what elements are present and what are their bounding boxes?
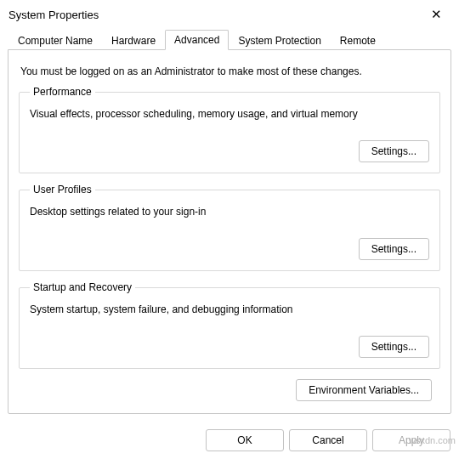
dialog-footer: OK Cancel Apply bbox=[0, 429, 459, 451]
group-performance: Performance Visual effects, processor sc… bbox=[19, 86, 440, 173]
cancel-button[interactable]: Cancel bbox=[289, 429, 367, 451]
group-startup-buttons: Settings... bbox=[30, 336, 429, 358]
tab-advanced[interactable]: Advanced bbox=[165, 30, 229, 50]
group-user-profiles-buttons: Settings... bbox=[30, 238, 429, 260]
environment-variables-button[interactable]: Environment Variables... bbox=[296, 379, 432, 401]
intro-text: You must be logged on as an Administrato… bbox=[20, 65, 439, 77]
group-user-profiles-desc: Desktop settings related to your sign-in bbox=[30, 206, 429, 218]
tab-remote[interactable]: Remote bbox=[331, 31, 385, 50]
tab-hardware[interactable]: Hardware bbox=[102, 31, 165, 50]
apply-button[interactable]: Apply bbox=[372, 429, 450, 451]
tab-strip: Computer Name Hardware Advanced System P… bbox=[0, 29, 459, 49]
window-title: System Properties bbox=[8, 8, 99, 21]
tab-system-protection[interactable]: System Protection bbox=[229, 31, 330, 50]
title-bar: System Properties ✕ bbox=[0, 0, 459, 29]
group-performance-buttons: Settings... bbox=[30, 140, 429, 162]
group-user-profiles: User Profiles Desktop settings related t… bbox=[19, 184, 440, 271]
env-row: Environment Variables... bbox=[19, 379, 432, 401]
group-startup-desc: System startup, system failure, and debu… bbox=[30, 303, 429, 315]
close-icon[interactable]: ✕ bbox=[424, 3, 449, 26]
group-user-profiles-legend: User Profiles bbox=[30, 184, 95, 196]
user-profiles-settings-button[interactable]: Settings... bbox=[359, 238, 429, 260]
group-startup-legend: Startup and Recovery bbox=[30, 281, 135, 293]
group-performance-desc: Visual effects, processor scheduling, me… bbox=[30, 108, 429, 120]
tab-computer-name[interactable]: Computer Name bbox=[8, 31, 102, 50]
startup-settings-button[interactable]: Settings... bbox=[359, 336, 429, 358]
ok-button[interactable]: OK bbox=[206, 429, 284, 451]
performance-settings-button[interactable]: Settings... bbox=[359, 140, 429, 162]
tab-body-advanced: You must be logged on as an Administrato… bbox=[8, 49, 451, 414]
group-startup: Startup and Recovery System startup, sys… bbox=[19, 281, 440, 369]
group-performance-legend: Performance bbox=[30, 86, 95, 98]
